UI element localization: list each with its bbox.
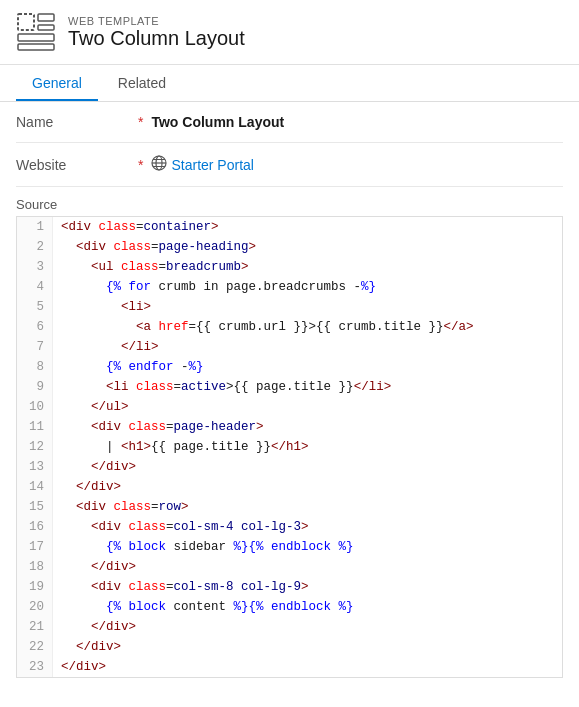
line-number: 20 [17, 597, 53, 617]
line-number: 22 [17, 637, 53, 657]
code-line: 16 <div class=col-sm-4 col-lg-3> [17, 517, 562, 537]
page-header: WEB TEMPLATE Two Column Layout [0, 0, 579, 65]
source-label: Source [0, 187, 579, 216]
code-line: 13 </div> [17, 457, 562, 477]
code-line: 11 <div class=page-header> [17, 417, 562, 437]
line-number: 7 [17, 337, 53, 357]
code-line: 8 {% endfor -%} [17, 357, 562, 377]
header-title: Two Column Layout [68, 27, 245, 50]
line-number: 21 [17, 617, 53, 637]
line-content: <a href={{ crumb.url }}>{{ crumb.title }… [53, 317, 482, 337]
code-line: 14 </div> [17, 477, 562, 497]
code-line: 21 </div> [17, 617, 562, 637]
website-link[interactable]: Starter Portal [171, 157, 253, 173]
line-content: <ul class=breadcrumb> [53, 257, 257, 277]
svg-rect-2 [38, 25, 54, 30]
code-line: 7 </li> [17, 337, 562, 357]
line-number: 18 [17, 557, 53, 577]
code-line: 12 | <h1>{{ page.title }}</h1> [17, 437, 562, 457]
line-content: </div> [53, 477, 129, 497]
code-line: 17 {% block sidebar %}{% endblock %} [17, 537, 562, 557]
code-line: 15 <div class=row> [17, 497, 562, 517]
globe-icon [151, 155, 167, 174]
website-row: Website * Starter Portal [16, 143, 563, 187]
svg-rect-4 [18, 44, 54, 50]
code-line: 1<div class=container> [17, 217, 562, 237]
line-number: 2 [17, 237, 53, 257]
code-line: 3 <ul class=breadcrumb> [17, 257, 562, 277]
name-label: Name [16, 114, 136, 130]
line-content: </div> [53, 617, 144, 637]
tab-related[interactable]: Related [102, 65, 182, 101]
code-line: 4 {% for crumb in page.breadcrumbs -%} [17, 277, 562, 297]
code-line: 18 </div> [17, 557, 562, 577]
code-line: 9 <li class=active>{{ page.title }}</li> [17, 377, 562, 397]
line-content: {% block sidebar %}{% endblock %} [53, 537, 362, 557]
line-number: 6 [17, 317, 53, 337]
line-content: </div> [53, 657, 114, 677]
line-content: {% block content %}{% endblock %} [53, 597, 362, 617]
website-label: Website [16, 157, 136, 173]
code-line: 19 <div class=col-sm-8 col-lg-9> [17, 577, 562, 597]
code-line: 6 <a href={{ crumb.url }}>{{ crumb.title… [17, 317, 562, 337]
line-content: <div class=container> [53, 217, 227, 237]
line-number: 3 [17, 257, 53, 277]
code-line: 10 </ul> [17, 397, 562, 417]
code-line: 2 <div class=page-heading> [17, 237, 562, 257]
line-content: <div class=col-sm-4 col-lg-3> [53, 517, 317, 537]
line-number: 8 [17, 357, 53, 377]
code-line: 23</div> [17, 657, 562, 677]
tabs-bar: General Related [0, 65, 579, 102]
line-number: 5 [17, 297, 53, 317]
name-row: Name * Two Column Layout [16, 102, 563, 143]
name-required: * [138, 114, 143, 130]
line-number: 23 [17, 657, 53, 677]
line-number: 12 [17, 437, 53, 457]
line-content: <div class=page-header> [53, 417, 272, 437]
website-required: * [138, 157, 143, 173]
line-number: 9 [17, 377, 53, 397]
header-subtitle: WEB TEMPLATE [68, 15, 245, 27]
line-number: 13 [17, 457, 53, 477]
line-number: 14 [17, 477, 53, 497]
form-section: Name * Two Column Layout Website * Start… [0, 102, 579, 187]
line-number: 1 [17, 217, 53, 237]
svg-rect-3 [18, 34, 54, 41]
line-content: | <h1>{{ page.title }}</h1> [53, 437, 317, 457]
line-number: 11 [17, 417, 53, 437]
line-content: <li> [53, 297, 159, 317]
line-number: 16 [17, 517, 53, 537]
line-content: <div class=page-heading> [53, 237, 264, 257]
header-text-group: WEB TEMPLATE Two Column Layout [68, 15, 245, 50]
web-template-icon [16, 12, 56, 52]
code-line: 22 </div> [17, 637, 562, 657]
svg-rect-1 [38, 14, 54, 21]
line-content: </div> [53, 557, 144, 577]
line-content: </ul> [53, 397, 137, 417]
line-content: <div class=row> [53, 497, 197, 517]
svg-rect-0 [18, 14, 34, 30]
line-number: 19 [17, 577, 53, 597]
line-content: {% for crumb in page.breadcrumbs -%} [53, 277, 384, 297]
line-content: </li> [53, 337, 167, 357]
code-line: 20 {% block content %}{% endblock %} [17, 597, 562, 617]
line-number: 4 [17, 277, 53, 297]
line-content: <div class=col-sm-8 col-lg-9> [53, 577, 317, 597]
line-content: </div> [53, 637, 129, 657]
line-number: 15 [17, 497, 53, 517]
name-value: Two Column Layout [151, 114, 284, 130]
code-container: 1<div class=container>2 <div class=page-… [16, 216, 563, 678]
line-number: 17 [17, 537, 53, 557]
tab-general[interactable]: General [16, 65, 98, 101]
line-content: {% endfor -%} [53, 357, 212, 377]
line-content: </div> [53, 457, 144, 477]
line-number: 10 [17, 397, 53, 417]
line-content: <li class=active>{{ page.title }}</li> [53, 377, 399, 397]
code-line: 5 <li> [17, 297, 562, 317]
